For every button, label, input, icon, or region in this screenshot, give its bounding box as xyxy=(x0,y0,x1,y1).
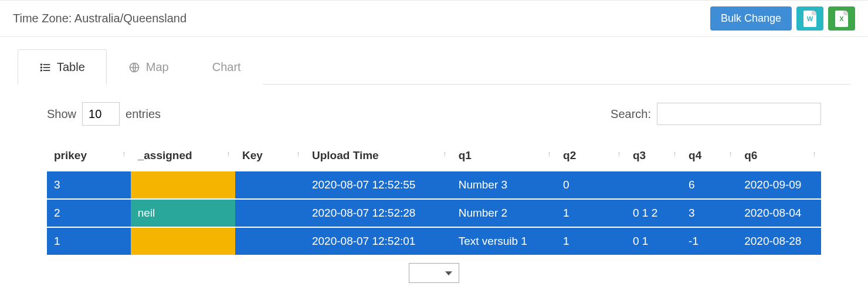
cell-assigned xyxy=(131,171,235,199)
cell-q3: 0 1 xyxy=(626,227,681,255)
cell-assigned: neil xyxy=(131,199,235,227)
cell-q4: 6 xyxy=(681,171,737,199)
svg-point-2 xyxy=(40,66,42,68)
globe-icon xyxy=(128,62,140,73)
col-header-q3[interactable]: q3↑ xyxy=(626,143,681,171)
cell-q2: 1 xyxy=(556,227,626,255)
cell-upload-time: 2020-08-07 12:52:55 xyxy=(305,171,452,199)
cell-q6: 2020-09-09 xyxy=(737,171,821,199)
word-file-icon: W xyxy=(803,11,816,27)
excel-file-icon: X xyxy=(835,11,848,27)
export-excel-button[interactable]: X xyxy=(828,6,855,31)
tab-chart-label: Chart xyxy=(212,60,241,74)
content-area: Table Map Chart Show entries Search: xyxy=(0,37,868,289)
col-header-q1[interactable]: q1↑ xyxy=(452,143,556,171)
search-label: Search: xyxy=(611,107,651,121)
cell-q2: 1 xyxy=(556,199,626,227)
sort-arrow-icon: ↑ xyxy=(617,149,621,159)
timezone-label: Time Zone: Australia/Queensland xyxy=(13,12,187,25)
sort-arrow-icon: ↑ xyxy=(728,149,733,159)
tab-map-label: Map xyxy=(146,60,169,74)
col-header-prikey[interactable]: prikey↑ xyxy=(47,143,131,171)
search-wrap: Search: xyxy=(611,103,821,125)
cell-q4: -1 xyxy=(681,227,737,255)
cell-q3: 0 1 2 xyxy=(626,199,681,227)
page-select[interactable] xyxy=(409,263,459,283)
list-icon xyxy=(39,62,51,73)
header-bar: Time Zone: Australia/Queensland Bulk Cha… xyxy=(0,0,868,37)
cell-prikey: 1 xyxy=(47,227,131,255)
svg-rect-5 xyxy=(43,70,50,71)
table-head: prikey↑ _assigned↑ Key↑ Upload Time↑ q1↑… xyxy=(47,143,821,171)
col-header-key[interactable]: Key↑ xyxy=(235,143,305,171)
sort-arrow-icon: ↑ xyxy=(547,149,551,159)
table-controls: Show entries Search: xyxy=(47,102,821,126)
sort-arrow-icon: ↑ xyxy=(296,149,300,159)
col-header-q2[interactable]: q2↑ xyxy=(556,143,626,171)
col-header-assigned[interactable]: _assigned↑ xyxy=(131,143,235,171)
cell-key xyxy=(235,171,305,199)
cell-upload-time: 2020-08-07 12:52:28 xyxy=(305,199,452,227)
col-header-upload-time[interactable]: Upload Time↑ xyxy=(305,143,452,171)
cell-q1: Number 3 xyxy=(452,171,556,199)
svg-point-0 xyxy=(40,63,42,65)
cell-q6: 2020-08-28 xyxy=(737,227,821,255)
tab-table-label: Table xyxy=(57,60,85,74)
table-body: 3 2020-08-07 12:52:55 Number 3 0 6 2020-… xyxy=(47,171,821,255)
cell-prikey: 2 xyxy=(47,199,131,227)
export-word-button[interactable]: W xyxy=(796,6,823,31)
show-entries: Show entries xyxy=(47,102,161,126)
cell-q2: 0 xyxy=(556,171,626,199)
entries-label: entries xyxy=(126,107,161,121)
sort-arrow-icon: ↑ xyxy=(122,149,126,159)
sort-arrow-icon: ↑ xyxy=(443,149,447,159)
cell-q1: Text versuib 1 xyxy=(452,227,556,255)
table-pane: Show entries Search: prikey↑ _assigned↑ … xyxy=(18,85,850,289)
entries-input[interactable] xyxy=(82,102,120,126)
svg-point-4 xyxy=(40,69,42,71)
show-label: Show xyxy=(47,107,76,121)
svg-rect-1 xyxy=(43,64,50,65)
sort-arrow-icon: ↑ xyxy=(812,149,816,159)
pager xyxy=(47,256,821,283)
col-header-q4[interactable]: q4↑ xyxy=(681,143,737,171)
table-row[interactable]: 1 2020-08-07 12:52:01 Text versuib 1 1 0… xyxy=(47,227,821,255)
sort-arrow-icon: ↑ xyxy=(226,149,230,159)
table-row[interactable]: 2 neil 2020-08-07 12:52:28 Number 2 1 0 … xyxy=(47,199,821,227)
cell-q6: 2020-08-04 xyxy=(737,199,821,227)
cell-assigned xyxy=(131,227,235,255)
cell-upload-time: 2020-08-07 12:52:01 xyxy=(305,227,452,255)
cell-q4: 3 xyxy=(681,199,737,227)
tab-map[interactable]: Map xyxy=(107,49,191,85)
cell-q3 xyxy=(626,171,681,199)
cell-key xyxy=(235,227,305,255)
header-actions: Bulk Change W X xyxy=(710,6,855,31)
svg-rect-3 xyxy=(43,67,50,68)
tab-table[interactable]: Table xyxy=(18,49,107,85)
data-table: prikey↑ _assigned↑ Key↑ Upload Time↑ q1↑… xyxy=(47,143,821,256)
search-input[interactable] xyxy=(657,103,821,125)
cell-key xyxy=(235,199,305,227)
sort-arrow-icon: ↑ xyxy=(673,149,677,159)
col-header-q6[interactable]: q6↑ xyxy=(737,143,821,171)
table-row[interactable]: 3 2020-08-07 12:52:55 Number 3 0 6 2020-… xyxy=(47,171,821,199)
bulk-change-button[interactable]: Bulk Change xyxy=(710,6,792,31)
cell-prikey: 3 xyxy=(47,171,131,199)
cell-q1: Number 2 xyxy=(452,199,556,227)
tab-chart[interactable]: Chart xyxy=(191,49,263,85)
tab-bar: Table Map Chart xyxy=(18,49,850,85)
